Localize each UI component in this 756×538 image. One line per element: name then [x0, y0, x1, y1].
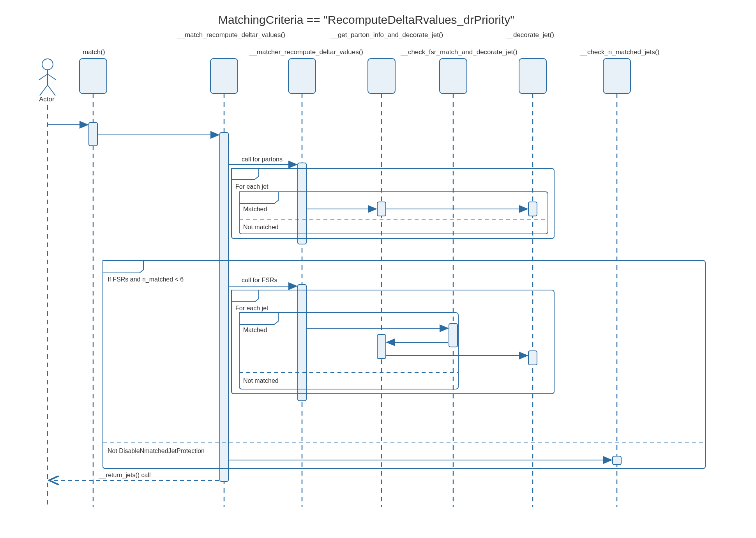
svg-rect-23	[298, 163, 306, 244]
svg-line-2	[39, 74, 48, 80]
svg-point-0	[42, 59, 53, 70]
alt1-frame	[239, 192, 548, 234]
svg-rect-34	[103, 260, 705, 469]
svg-rect-26	[298, 285, 306, 401]
svg-rect-25	[528, 202, 537, 216]
svg-rect-24	[377, 202, 386, 216]
sequence-diagram-svg	[0, 0, 756, 538]
actor-icon	[39, 59, 56, 96]
svg-line-3	[48, 74, 56, 80]
lifelines	[48, 94, 617, 507]
svg-rect-27	[449, 324, 457, 347]
svg-rect-31	[231, 168, 554, 239]
svg-rect-28	[377, 334, 386, 359]
svg-rect-30	[613, 456, 621, 465]
loop1-frame	[231, 168, 554, 239]
svg-rect-7	[210, 58, 238, 94]
activation-bars	[89, 122, 621, 481]
svg-rect-29	[528, 351, 537, 365]
svg-rect-11	[519, 58, 546, 94]
svg-rect-9	[368, 58, 395, 94]
svg-line-4	[40, 85, 48, 96]
outer-alt-frame	[103, 260, 705, 469]
svg-rect-12	[603, 58, 631, 94]
svg-rect-21	[89, 122, 97, 146]
alt2-frame	[239, 313, 458, 389]
svg-rect-10	[440, 58, 467, 94]
messages	[48, 125, 612, 480]
svg-rect-6	[79, 58, 107, 94]
svg-rect-32	[239, 192, 548, 234]
svg-rect-22	[220, 133, 228, 481]
svg-line-5	[48, 85, 55, 96]
svg-rect-8	[288, 58, 316, 94]
lifeline-heads	[79, 58, 631, 94]
